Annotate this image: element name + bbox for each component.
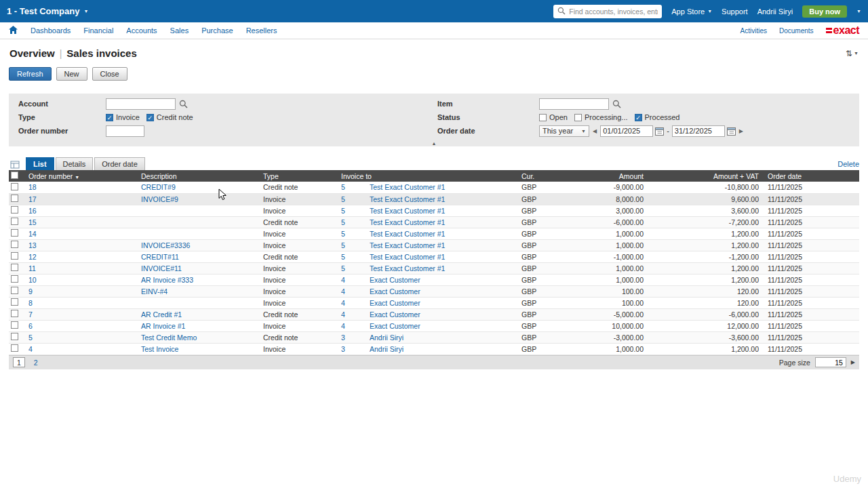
column-header-order-number[interactable]: Order number▼	[26, 170, 139, 182]
page-current[interactable]: 1	[13, 357, 25, 367]
nav-item-accounts[interactable]: Accounts	[126, 26, 157, 35]
table-row[interactable]: 4 Test Invoice Invoice 3 Andrii Siryi GB…	[9, 343, 859, 354]
invoice-to-number-link[interactable]: 5	[341, 183, 345, 191]
order-number-link[interactable]: 5	[28, 333, 33, 342]
status-open-option[interactable]: Open	[539, 113, 568, 121]
account-input[interactable]	[106, 98, 176, 110]
row-checkbox[interactable]	[11, 195, 18, 202]
page-link-2[interactable]: 2	[34, 359, 38, 367]
app-store-menu[interactable]: App Store ▼	[671, 7, 712, 16]
table-row[interactable]: 6 AR Invoice #1 Invoice 4 Exact Customer…	[9, 320, 859, 331]
invoice-to-name-link[interactable]: Test Exact Customer #1	[370, 253, 445, 261]
invoice-to-name-link[interactable]: Test Exact Customer #1	[370, 264, 445, 272]
description-link[interactable]: INVOICE#3336	[141, 241, 190, 249]
account-lookup-icon[interactable]	[179, 100, 188, 108]
type-invoice-option[interactable]: ✓ Invoice	[106, 113, 140, 121]
description-link[interactable]: AR Credit #1	[141, 310, 182, 319]
table-row[interactable]: 10 AR Invoice #333 Invoice 4 Exact Custo…	[9, 274, 859, 285]
invoice-to-number-link[interactable]: 4	[341, 299, 345, 307]
delete-link[interactable]: Delete	[837, 160, 859, 170]
column-header-order-date[interactable]: Order date	[761, 170, 859, 182]
invoice-to-number-link[interactable]: 3	[341, 345, 345, 353]
item-input[interactable]	[539, 98, 609, 110]
table-row[interactable]: 11 INVOICE#11 Invoice 5 Test Exact Custo…	[9, 262, 859, 274]
filter-collapse-button[interactable]: ▲	[9, 140, 859, 146]
invoice-to-name-link[interactable]: Exact Customer	[370, 299, 420, 307]
table-row[interactable]: 9 EINV-#4 Invoice 4 Exact Customer GBP 1…	[9, 285, 859, 297]
order-number-link[interactable]: 15	[28, 218, 37, 226]
order-number-link[interactable]: 9	[28, 287, 33, 296]
invoice-to-number-link[interactable]: 4	[341, 310, 345, 319]
column-header-invoice-to[interactable]: Invoice to	[339, 170, 519, 182]
buy-now-button[interactable]: Buy now	[802, 5, 847, 18]
nav-item-activities[interactable]: Activities	[741, 27, 767, 35]
order-number-link[interactable]: 17	[28, 195, 37, 203]
topbar-more-chevron-icon[interactable]: ▼	[856, 9, 861, 14]
row-checkbox[interactable]	[11, 298, 18, 306]
order-number-link[interactable]: 10	[28, 276, 37, 284]
row-checkbox[interactable]	[11, 241, 18, 248]
tab-order-date[interactable]: Order date	[94, 157, 145, 170]
page-size-spinner-icon[interactable]: ▶	[851, 359, 855, 365]
order-number-link[interactable]: 12	[28, 253, 37, 261]
table-row[interactable]: 15 Credit note 5 Test Exact Customer #1 …	[9, 216, 859, 228]
order-number-input[interactable]	[106, 125, 144, 137]
row-checkbox[interactable]	[11, 275, 18, 283]
nav-item-financial[interactable]: Financial	[83, 26, 113, 35]
nav-item-purchase[interactable]: Purchase	[201, 26, 233, 35]
home-icon[interactable]	[9, 26, 18, 35]
date-preset-select[interactable]: This year ▼	[539, 125, 589, 137]
row-checkbox[interactable]	[11, 344, 18, 352]
invoice-to-name-link[interactable]: Test Exact Customer #1	[370, 218, 445, 226]
tab-list[interactable]: List	[26, 157, 54, 170]
description-link[interactable]: Test Invoice	[141, 345, 178, 353]
global-search[interactable]	[553, 5, 662, 18]
invoice-to-name-link[interactable]: Exact Customer	[370, 322, 420, 330]
nav-item-sales[interactable]: Sales	[170, 26, 189, 35]
nav-item-dashboards[interactable]: Dashboards	[31, 26, 71, 35]
row-checkbox[interactable]	[11, 264, 18, 271]
invoice-to-name-link[interactable]: Test Exact Customer #1	[370, 207, 445, 215]
row-checkbox[interactable]	[11, 218, 18, 225]
invoice-to-number-link[interactable]: 5	[341, 264, 345, 272]
order-number-link[interactable]: 6	[28, 322, 33, 330]
invoice-to-number-link[interactable]: 5	[341, 218, 345, 226]
open-checkbox[interactable]	[539, 114, 547, 121]
column-header-description[interactable]: Description	[139, 170, 261, 182]
invoice-to-name-link[interactable]: Exact Customer	[370, 287, 420, 296]
table-row[interactable]: 7 AR Credit #1 Credit note 4 Exact Custo…	[9, 308, 859, 320]
support-link[interactable]: Support	[722, 7, 748, 16]
invoice-to-name-link[interactable]: Exact Customer	[370, 276, 420, 284]
table-row[interactable]: 13 INVOICE#3336 Invoice 5 Test Exact Cus…	[9, 239, 859, 251]
refresh-button[interactable]: Refresh	[9, 67, 52, 81]
description-link[interactable]: INVOICE#9	[141, 195, 178, 203]
row-checkbox[interactable]	[11, 206, 18, 214]
order-number-link[interactable]: 11	[28, 264, 36, 272]
description-link[interactable]: CREDIT#9	[141, 183, 176, 191]
date-from-input[interactable]	[600, 125, 653, 137]
close-button[interactable]: Close	[92, 67, 127, 81]
invoice-to-name-link[interactable]: Exact Customer	[370, 310, 420, 319]
order-number-link[interactable]: 14	[28, 230, 37, 238]
order-number-link[interactable]: 16	[28, 207, 37, 215]
order-number-link[interactable]: 4	[28, 345, 33, 353]
invoice-to-number-link[interactable]: 3	[341, 333, 345, 342]
order-number-link[interactable]: 7	[28, 310, 33, 319]
calendar-from-icon[interactable]	[655, 127, 664, 136]
description-link[interactable]: AR Invoice #1	[141, 322, 185, 330]
table-row[interactable]: 18 CREDIT#9 Credit note 5 Test Exact Cus…	[9, 182, 859, 193]
date-prev-icon[interactable]: ◀	[593, 128, 597, 134]
item-lookup-icon[interactable]	[612, 100, 621, 108]
invoice-to-name-link[interactable]: Test Exact Customer #1	[370, 230, 445, 238]
invoice-to-number-link[interactable]: 5	[341, 253, 345, 261]
date-next-icon[interactable]: ▶	[739, 128, 743, 134]
row-checkbox[interactable]	[11, 321, 18, 329]
row-checkbox[interactable]	[11, 229, 18, 237]
invoice-to-number-link[interactable]: 5	[341, 195, 345, 203]
nav-item-resellers[interactable]: Resellers	[246, 26, 277, 35]
table-row[interactable]: 16 Invoice 5 Test Exact Customer #1 GBP …	[9, 205, 859, 216]
column-header-amount-vat[interactable]: Amount + VAT	[646, 170, 761, 182]
row-checkbox[interactable]	[11, 183, 18, 190]
description-link[interactable]: Test Credit Memo	[141, 333, 197, 342]
processed-checkbox[interactable]: ✓	[635, 114, 642, 121]
